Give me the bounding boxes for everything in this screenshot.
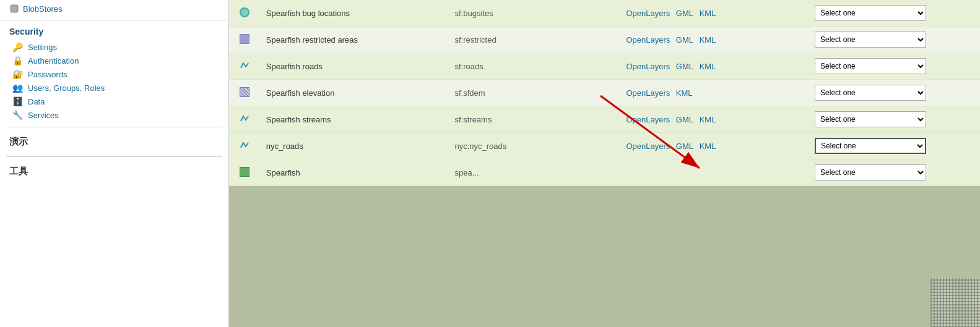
row-select-cell: Select one Option A Option B bbox=[809, 159, 980, 186]
security-section-title: Security bbox=[0, 20, 228, 40]
svg-rect-0 bbox=[11, 5, 18, 12]
table-row: Spearfish bug locations sf:bugsites Open… bbox=[229, 0, 980, 27]
row-links-cell: OpenLayers GML KML bbox=[620, 53, 809, 80]
blobstores-icon bbox=[9, 4, 19, 14]
row-links-cell: OpenLayers KML bbox=[620, 80, 809, 106]
polygon-icon bbox=[240, 34, 249, 44]
lock-icon: 🔒 bbox=[12, 56, 23, 66]
sidebar-item-services[interactable]: 🔧 Services bbox=[0, 108, 228, 122]
sidebar-item-blobstores-label: BlobStores bbox=[23, 4, 63, 14]
openlayers-link[interactable]: OpenLayers bbox=[626, 142, 670, 151]
kml-link[interactable]: KML bbox=[700, 142, 716, 151]
table-row: Spearfish elevation sf:sfdem OpenLayers … bbox=[229, 80, 980, 106]
sidebar-item-blobstores[interactable]: BlobStores bbox=[9, 4, 219, 14]
row-name-cell: Spearfish streams bbox=[260, 106, 449, 133]
sidebar-users-link[interactable]: Users, Groups, Roles bbox=[28, 83, 105, 93]
table-wrapper: Spearfish bug locations sf:bugsites Open… bbox=[229, 0, 980, 186]
point-icon bbox=[240, 7, 249, 17]
sidebar-item-settings[interactable]: 🔑 Settings bbox=[0, 40, 228, 54]
table-row-highlighted: nyc_roads nyc:nyc_roads OpenLayers GML K… bbox=[229, 133, 980, 159]
layer-select[interactable]: Select one Option A Option B bbox=[815, 58, 926, 74]
gml-link[interactable]: GML bbox=[676, 142, 693, 151]
openlayers-link[interactable]: OpenLayers bbox=[626, 115, 670, 124]
line-icon bbox=[240, 61, 249, 70]
layer-select-highlighted[interactable]: Select one Option A Option B bbox=[815, 138, 926, 154]
layer-name: Spearfish restricted areas bbox=[266, 35, 358, 45]
group-icon: 👥 bbox=[12, 83, 23, 93]
kml-link[interactable]: KML bbox=[700, 9, 716, 18]
sidebar-authentication-link[interactable]: Authentication bbox=[28, 56, 79, 66]
sidebar-services-link[interactable]: Services bbox=[28, 111, 59, 120]
layer-select[interactable]: Select one Option A Option B bbox=[815, 85, 926, 101]
openlayers-link[interactable]: OpenLayers bbox=[626, 62, 670, 71]
row-name-cell: nyc_roads bbox=[260, 133, 449, 159]
table-row-partial: Spearfish spea... Select one Option A Op… bbox=[229, 159, 980, 186]
sidebar-section-tools: 工具 bbox=[0, 162, 228, 181]
row-select-cell: Select one Option A Option B bbox=[809, 80, 980, 106]
gml-link[interactable]: GML bbox=[676, 115, 693, 124]
table-row: Spearfish streams sf:streams OpenLayers … bbox=[229, 106, 980, 133]
raster-icon bbox=[240, 87, 249, 97]
sidebar: BlobStores Security 🔑 Settings 🔒 Authent… bbox=[0, 0, 229, 327]
openlayers-link[interactable]: OpenLayers bbox=[626, 35, 670, 45]
sidebar-item-authentication[interactable]: 🔒 Authentication bbox=[0, 54, 228, 67]
layer-id: sf:bugsites bbox=[454, 9, 493, 18]
gml-link[interactable]: GML bbox=[676, 35, 693, 45]
sidebar-blob-section: BlobStores bbox=[0, 0, 228, 20]
green-icon bbox=[240, 167, 249, 177]
openlayers-link[interactable]: OpenLayers bbox=[626, 9, 670, 18]
gml-link[interactable]: GML bbox=[676, 9, 693, 18]
layer-select[interactable]: Select one Option A Option B bbox=[815, 164, 926, 180]
layer-id: spea... bbox=[454, 168, 479, 177]
layers-table: Spearfish bug locations sf:bugsites Open… bbox=[229, 0, 980, 186]
gml-link[interactable]: GML bbox=[676, 62, 693, 71]
layer-select[interactable]: Select one Option A Option B bbox=[815, 111, 926, 127]
main-content: Spearfish bug locations sf:bugsites Open… bbox=[229, 0, 980, 327]
kml-link[interactable]: KML bbox=[700, 62, 716, 71]
sidebar-item-users-groups-roles[interactable]: 👥 Users, Groups, Roles bbox=[0, 81, 228, 95]
sidebar-data-link[interactable]: Data bbox=[28, 97, 45, 106]
sidebar-divider-2 bbox=[6, 156, 222, 157]
services-icon: 🔧 bbox=[12, 110, 23, 120]
layer-name: Spearfish roads bbox=[266, 62, 323, 71]
row-select-cell-highlighted: Select one Option A Option B bbox=[809, 133, 980, 159]
row-name-cell: Spearfish restricted areas bbox=[260, 27, 449, 53]
row-id-cell: sf:restricted bbox=[448, 27, 620, 53]
openlayers-link[interactable]: OpenLayers bbox=[626, 88, 670, 98]
layer-name: Spearfish bbox=[266, 168, 300, 177]
layer-name: Spearfish bug locations bbox=[266, 9, 350, 18]
row-links-cell: OpenLayers GML KML bbox=[620, 0, 809, 27]
kml-link[interactable]: KML bbox=[700, 35, 716, 45]
row-links-cell: OpenLayers GML KML bbox=[620, 106, 809, 133]
row-links-cell: OpenLayers GML KML bbox=[620, 133, 809, 159]
row-id-cell: sf:streams bbox=[448, 106, 620, 133]
layer-id: nyc:nyc_roads bbox=[454, 142, 506, 151]
row-links-cell: OpenLayers GML KML bbox=[620, 27, 809, 53]
row-icon-cell bbox=[229, 159, 260, 186]
qr-watermark bbox=[930, 278, 980, 327]
row-icon-cell bbox=[229, 27, 260, 53]
kml-link[interactable]: KML bbox=[700, 115, 716, 124]
layer-id: sf:streams bbox=[454, 115, 492, 124]
padlock-icon: 🔐 bbox=[12, 69, 23, 79]
layer-select[interactable]: Select one Option A Option B bbox=[815, 5, 926, 21]
sidebar-passwords-link[interactable]: Passwords bbox=[28, 70, 67, 79]
layer-name: Spearfish streams bbox=[266, 115, 331, 124]
layer-select[interactable]: Select one Option A Option B bbox=[815, 32, 926, 48]
sidebar-item-data[interactable]: 🗄️ Data bbox=[0, 95, 228, 108]
row-links-cell bbox=[620, 159, 809, 186]
row-id-cell: sf:sfdem bbox=[448, 80, 620, 106]
row-icon-cell bbox=[229, 106, 260, 133]
row-icon-cell bbox=[229, 0, 260, 27]
table-container: Spearfish bug locations sf:bugsites Open… bbox=[229, 0, 980, 327]
layer-id: sf:restricted bbox=[454, 35, 496, 45]
sidebar-settings-link[interactable]: Settings bbox=[28, 43, 57, 52]
layer-id: sf:sfdem bbox=[454, 88, 485, 98]
sidebar-item-passwords[interactable]: 🔐 Passwords bbox=[0, 67, 228, 81]
row-id-cell: sf:roads bbox=[448, 53, 620, 80]
row-id-cell: nyc:nyc_roads bbox=[448, 133, 620, 159]
kml-link[interactable]: KML bbox=[676, 88, 693, 98]
row-icon-cell bbox=[229, 80, 260, 106]
row-name-cell: Spearfish roads bbox=[260, 53, 449, 80]
row-name-cell: Spearfish bbox=[260, 159, 449, 186]
